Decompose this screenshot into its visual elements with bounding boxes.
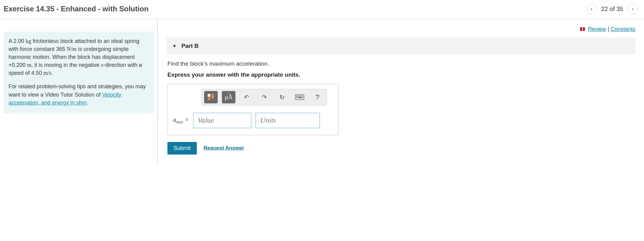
redo-icon: ↷: [262, 94, 267, 101]
svg-rect-9: [301, 96, 302, 97]
part-body: Find the block's maximum acceleration. E…: [166, 54, 635, 158]
problem-paragraph-2: For related problem-solving tips and str…: [9, 82, 149, 106]
undo-icon: ↶: [244, 94, 249, 101]
main-content: A 2.00 kg frictionless block attached to…: [0, 19, 644, 164]
chevron-right-icon: ›: [632, 6, 634, 12]
question-prompt: Find the block's maximum acceleration.: [167, 60, 634, 67]
svg-rect-10: [302, 96, 303, 97]
fraction-template-button[interactable]: [204, 91, 218, 103]
submit-button[interactable]: Submit: [167, 142, 197, 155]
reset-icon: ↻: [279, 94, 285, 101]
book-icon: [580, 26, 585, 33]
svg-rect-11: [296, 97, 297, 98]
collapse-triangle-icon: ▼: [172, 44, 177, 48]
help-button[interactable]: ?: [311, 91, 324, 103]
part-label: Part B: [182, 43, 199, 49]
undo-button[interactable]: ↶: [240, 91, 253, 103]
special-units-button[interactable]: ○ μÅ: [222, 91, 235, 103]
answer-box: ○ μÅ ↶ ↷ ↻: [167, 84, 339, 135]
svg-rect-12: [298, 97, 302, 98]
svg-rect-3: [212, 97, 214, 98]
reset-button[interactable]: ↻: [275, 91, 289, 103]
keyboard-button[interactable]: [293, 91, 306, 103]
problem-paragraph-1: A 2.00 kg frictionless block attached to…: [9, 37, 149, 77]
chevron-left-icon: ‹: [591, 6, 593, 12]
variable-label: amax =: [173, 116, 189, 124]
svg-rect-2: [212, 96, 214, 97]
svg-rect-13: [302, 97, 303, 98]
answer-toolbar: ○ μÅ ↶ ↷ ↻: [201, 89, 327, 105]
answer-input-row: amax =: [173, 113, 333, 128]
page-header: Exercise 14.35 - Enhanced - with Solutio…: [0, 0, 644, 19]
units-input[interactable]: [256, 113, 320, 128]
svg-rect-7: [298, 96, 299, 97]
answer-column: Review | Constants ▼ Part B Find the blo…: [158, 19, 644, 164]
prev-button[interactable]: ‹: [586, 4, 597, 14]
svg-rect-0: [208, 94, 210, 97]
pager-label: 22 of 35: [601, 6, 623, 13]
next-button[interactable]: ›: [627, 4, 638, 14]
value-input[interactable]: [193, 113, 251, 128]
part-header[interactable]: ▼ Part B: [166, 38, 635, 54]
review-link[interactable]: Review: [588, 26, 606, 32]
constants-link[interactable]: Constants: [611, 26, 635, 32]
request-answer-link[interactable]: Request Answer: [204, 145, 244, 151]
svg-rect-8: [299, 96, 300, 97]
svg-rect-4: [208, 98, 210, 100]
exercise-title: Exercise 14.35 - Enhanced - with Solutio…: [4, 5, 148, 13]
problem-statement: A 2.00 kg frictionless block attached to…: [4, 32, 154, 113]
pager: ‹ 22 of 35 ›: [586, 4, 638, 14]
answer-actions: Submit Request Answer: [167, 142, 634, 155]
top-links: Review | Constants: [166, 19, 635, 36]
answer-instruction: Express your answer with the appropriate…: [167, 71, 634, 78]
svg-rect-6: [296, 96, 297, 97]
keyboard-icon: [295, 94, 304, 100]
redo-button[interactable]: ↷: [257, 91, 271, 103]
problem-column: A 2.00 kg frictionless block attached to…: [0, 19, 158, 164]
svg-rect-1: [212, 94, 214, 95]
